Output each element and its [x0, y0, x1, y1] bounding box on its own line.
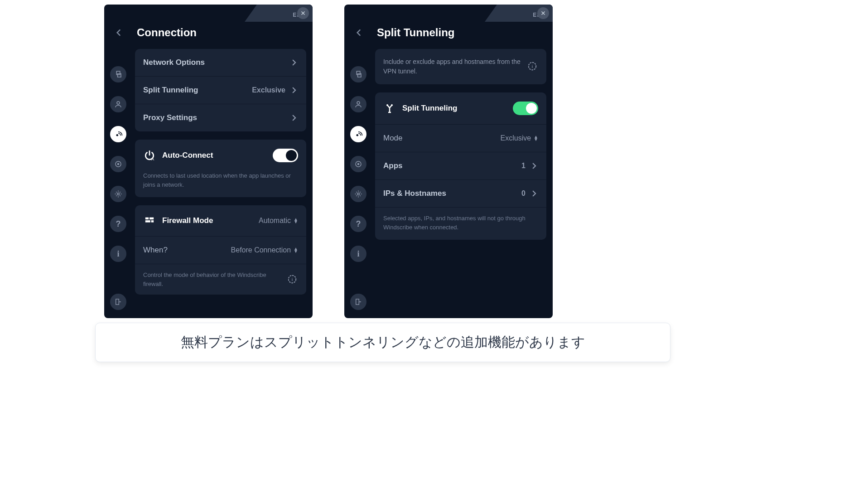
svg-point-21: [386, 104, 388, 106]
svg-rect-9: [145, 220, 150, 223]
chevron-right-icon: [530, 189, 538, 198]
sidebar: ? i: [344, 47, 372, 315]
firewall-desc-row: Control the mode of behavior of the Wind…: [135, 264, 306, 295]
question-icon: ?: [116, 219, 121, 229]
close-icon: [540, 10, 546, 16]
info-icon: i: [357, 249, 359, 259]
split-tunneling-row[interactable]: Split Tunneling Exclusive: [135, 77, 306, 104]
sidebar-help-icon[interactable]: ?: [110, 216, 126, 232]
close-button[interactable]: [297, 7, 309, 19]
mode-selector[interactable]: Exclusive ▲▼: [501, 134, 538, 142]
firewall-desc: Control the mode of behavior of the Wind…: [143, 271, 283, 288]
auto-connect-desc: Connects to last used location when the …: [135, 171, 306, 197]
when-label: When?: [143, 246, 231, 255]
svg-rect-5: [116, 299, 119, 305]
sidebar-connection-icon[interactable]: [110, 126, 126, 142]
svg-rect-8: [149, 218, 154, 220]
chevron-right-icon: [530, 162, 538, 170]
info-button[interactable]: i: [527, 61, 538, 72]
split-footer-desc: Selected apps, IPs, and hostnames will n…: [375, 208, 546, 240]
close-icon: [300, 10, 306, 16]
sidebar-account-icon[interactable]: [110, 96, 126, 112]
power-icon: A: [143, 149, 156, 162]
firewall-mode-selector[interactable]: Automatic ▲▼: [259, 217, 298, 225]
sidebar-about-icon[interactable]: i: [110, 246, 126, 262]
ips-label: IPs & Hostnames: [383, 189, 521, 198]
content: Network Options Split Tunneling Exclusiv…: [132, 47, 313, 315]
firewall-card: Firewall Mode Automatic ▲▼ When? Before …: [135, 205, 306, 295]
info-circle-icon: i: [287, 274, 297, 284]
svg-rect-18: [356, 299, 359, 305]
sidebar-about-icon[interactable]: i: [350, 246, 366, 262]
svg-point-16: [357, 163, 360, 165]
sidebar-account-icon[interactable]: [350, 96, 366, 112]
back-button[interactable]: [352, 25, 366, 40]
person-icon: [354, 100, 362, 108]
info-circle-icon: i: [527, 61, 537, 71]
row-label: Proxy Settings: [143, 113, 290, 122]
target-icon: [114, 160, 122, 168]
sidebar-help-icon[interactable]: ?: [350, 216, 366, 232]
close-button[interactable]: [537, 7, 549, 19]
svg-point-0: [117, 102, 120, 104]
updown-icon: ▲▼: [534, 136, 538, 141]
layers-icon: [114, 70, 122, 78]
sidebar: ? i: [104, 47, 132, 315]
firewall-mode-row[interactable]: Firewall Mode Automatic ▲▼: [135, 205, 306, 237]
row-label: Split Tunneling: [143, 86, 252, 95]
gear-icon: [354, 190, 362, 198]
sidebar-settings-icon[interactable]: [110, 186, 126, 202]
sidebar-settings-icon[interactable]: [350, 186, 366, 202]
info-icon: i: [117, 249, 119, 259]
sidebar-robert-icon[interactable]: [350, 156, 366, 172]
firewall-when-selector[interactable]: Before Connection ▲▼: [231, 246, 298, 254]
gear-icon: [114, 190, 122, 198]
svg-point-4: [117, 193, 120, 195]
sidebar-connection-icon[interactable]: [350, 126, 366, 142]
svg-text:i: i: [531, 63, 533, 69]
chevron-left-icon: [114, 28, 123, 37]
mode-label: Mode: [383, 134, 501, 143]
split-card: Split Tunneling Mode Exclusive ▲▼ Apps 1: [375, 92, 546, 240]
connection-panel: Connection ESC ? i Network Options Split…: [104, 5, 313, 318]
split-icon: [383, 102, 396, 115]
ips-row[interactable]: IPs & Hostnames 0: [375, 180, 546, 208]
selector-value: Automatic: [259, 217, 291, 225]
sidebar-logout-icon[interactable]: [350, 294, 366, 310]
svg-rect-7: [145, 218, 149, 220]
auto-connect-toggle[interactable]: [273, 149, 298, 162]
svg-point-14: [357, 134, 359, 136]
svg-text:i: i: [291, 276, 293, 281]
satellite-icon: [354, 130, 362, 138]
apps-row[interactable]: Apps 1: [375, 152, 546, 180]
updown-icon: ▲▼: [294, 247, 298, 253]
chevron-right-icon: [290, 58, 298, 67]
split-tunneling-panel: Split Tunneling ESC ? i Include or exclu…: [344, 5, 553, 318]
sidebar-general-icon[interactable]: [350, 66, 366, 82]
intro-card: Include or exclude apps and hostnames fr…: [375, 49, 546, 84]
svg-rect-10: [151, 220, 154, 223]
sidebar-general-icon[interactable]: [110, 66, 126, 82]
split-label: Split Tunneling: [402, 104, 513, 113]
split-toggle[interactable]: [513, 102, 538, 115]
row-label: Network Options: [143, 58, 290, 67]
proxy-settings-row[interactable]: Proxy Settings: [135, 104, 306, 131]
panel-header: Split Tunneling ESC: [344, 22, 553, 47]
svg-point-13: [357, 102, 360, 104]
network-options-row[interactable]: Network Options: [135, 49, 306, 77]
info-button[interactable]: i: [287, 274, 298, 285]
sidebar-logout-icon[interactable]: [110, 294, 126, 310]
firewall-when-row[interactable]: When? Before Connection ▲▼: [135, 237, 306, 264]
svg-text:A: A: [151, 157, 154, 161]
svg-point-3: [117, 163, 120, 165]
selector-value: Before Connection: [231, 246, 291, 254]
mode-row[interactable]: Mode Exclusive ▲▼: [375, 125, 546, 152]
firewall-label: Firewall Mode: [162, 216, 259, 225]
panel-topbar: [344, 5, 553, 22]
nav-card: Network Options Split Tunneling Exclusiv…: [135, 49, 306, 131]
chevron-right-icon: [290, 114, 298, 122]
back-button[interactable]: [111, 25, 126, 40]
svg-point-22: [391, 104, 393, 106]
panel-topbar: [104, 5, 313, 22]
sidebar-robert-icon[interactable]: [110, 156, 126, 172]
